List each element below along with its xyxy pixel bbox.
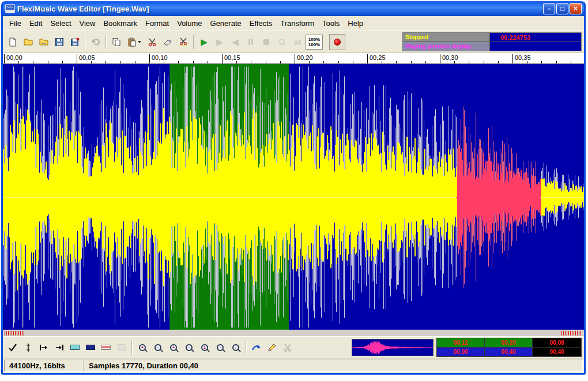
file-overview-canvas[interactable] [352, 339, 433, 356]
bar-arrow-right-icon [39, 343, 48, 352]
ruler-label: 00,25 [367, 54, 386, 63]
disabled-view-button[interactable] [114, 340, 129, 355]
stop-button[interactable] [259, 35, 274, 50]
open-file-button[interactable] [21, 35, 36, 50]
record-button[interactable] [330, 35, 345, 50]
pause-icon [248, 39, 253, 45]
right-tick-marks [561, 331, 582, 335]
apply-button[interactable] [5, 340, 20, 355]
menu-item-transform[interactable]: Transform [276, 18, 318, 29]
maximize-button[interactable]: □ [556, 3, 568, 14]
open-special-button[interactable] [36, 35, 51, 50]
view-all-navy-button[interactable] [83, 340, 98, 355]
menu-item-select[interactable]: Select [46, 18, 75, 29]
play-button[interactable]: ▶ [197, 35, 212, 50]
selection-info-grid: 00,12 00,20 00,08 00,00 00,40 00,40 [436, 338, 582, 357]
menu-item-format[interactable]: Format [141, 18, 173, 29]
play-backward-button[interactable]: ◀ [228, 35, 243, 50]
copy-button[interactable] [109, 35, 124, 50]
blank-icon [118, 344, 126, 351]
scissors-wave-icon [179, 37, 188, 47]
scissors-icon [148, 37, 157, 47]
menu-item-volume[interactable]: Volume [173, 18, 206, 29]
paste-button[interactable] [125, 35, 144, 50]
copy-icon [112, 37, 121, 47]
menu-item-generate[interactable]: Generate [206, 18, 246, 29]
file-overview-panel [352, 339, 434, 356]
zoom-out-vertical-button[interactable]: - [182, 340, 197, 355]
position-caption: Playing position display [403, 42, 489, 51]
waveform-canvas[interactable] [3, 64, 584, 330]
audio-format-status: 44100Hz, 16bits [4, 360, 82, 372]
floppy-icon [55, 37, 64, 47]
zoom-selection-button[interactable]: . [228, 340, 243, 355]
wave-scroll-strip[interactable] [3, 330, 584, 336]
view-start-value: 00,00 [437, 348, 484, 356]
pencil-button[interactable] [265, 340, 280, 355]
cyan-bar-icon [70, 345, 80, 350]
zoom-full-button[interactable]: - [213, 340, 228, 355]
new-file-button[interactable] [5, 35, 20, 50]
waveform-area [3, 64, 584, 330]
toolbar-separator [193, 35, 194, 49]
play-all-button[interactable]: ▶ [212, 35, 227, 50]
time-ruler[interactable]: 00,00 00,05 00,10 00,15 00,20 00,25 00,3… [3, 53, 584, 64]
window-controls: – □ × [543, 3, 582, 14]
magnifier-minus-icon: - [154, 344, 161, 351]
scrub-button[interactable] [249, 340, 264, 355]
loop-button[interactable]: Ω [274, 35, 289, 50]
menu-item-help[interactable]: Help [344, 18, 367, 29]
title-bar[interactable]: FlexiMusic Wave Editor [Tingee.Wav] – □ … [3, 1, 584, 16]
save-button[interactable] [52, 35, 67, 50]
close-button[interactable]: × [570, 3, 582, 14]
app-icon [5, 4, 15, 13]
paste-icon [127, 37, 137, 47]
selection-start-value: 00,12 [437, 338, 484, 347]
undo-icon [91, 37, 100, 47]
zoom-normal-button[interactable]: 1 [197, 340, 212, 355]
play-backward-icon: ◀ [232, 37, 239, 46]
zoom-v-label: 100% [308, 42, 320, 47]
ruler-label: 00,00 [4, 54, 22, 63]
shuttle-button[interactable]: ⇄ [290, 35, 305, 50]
floppy-plus-icon [70, 37, 80, 47]
loop-icon: Ω [278, 37, 285, 46]
view-striped-button[interactable] [99, 340, 114, 355]
menu-item-edit[interactable]: Edit [25, 18, 46, 29]
navy-bar-icon [86, 345, 95, 350]
menu-item-bookmark[interactable]: Bookmark [99, 18, 141, 29]
zoom-out-button[interactable]: - [150, 340, 165, 355]
zoom-in-vertical-button[interactable]: + [166, 340, 181, 355]
save-special-button[interactable] [67, 35, 82, 50]
paste-dropdown-arrow[interactable] [138, 41, 141, 43]
playback-status-panels: Stopped 00,224753 Playing position displ… [402, 32, 582, 51]
minimize-button[interactable]: – [543, 3, 555, 14]
window-title: FlexiMusic Wave Editor [Tingee.Wav] [17, 5, 541, 13]
undo-button[interactable] [88, 35, 103, 50]
ruler-label: 00,35 [512, 54, 531, 63]
ruler-label: 00,15 [222, 54, 240, 63]
cursor-marker-button[interactable] [21, 340, 36, 355]
menu-item-tools[interactable]: Tools [318, 18, 344, 29]
menu-item-view[interactable]: View [76, 18, 100, 29]
toolbar-separator [246, 341, 247, 354]
cut-wave-button[interactable] [176, 35, 191, 50]
play-all-icon: ▶ [216, 37, 223, 46]
pause-button[interactable] [243, 35, 258, 50]
cut-selection-button[interactable] [280, 340, 295, 355]
ruler-label: 00,10 [149, 54, 168, 63]
erase-button[interactable] [160, 35, 175, 50]
cursor-marker-icon [24, 343, 33, 352]
zoom-in-button[interactable]: + [135, 340, 150, 355]
selection-end-button[interactable] [52, 340, 67, 355]
view-end-value: 00,40 [485, 348, 532, 356]
view-selection-cyan-button[interactable] [67, 340, 82, 355]
selection-start-button[interactable] [36, 340, 51, 355]
menu-item-file[interactable]: File [5, 18, 25, 29]
cut-button[interactable] [145, 35, 160, 50]
zoom-100-button[interactable]: 100% 100% [306, 35, 323, 50]
app-window: FlexiMusic Wave Editor [Tingee.Wav] – □ … [1, 1, 586, 375]
ruler-label: 00,20 [295, 54, 313, 63]
shuttle-icon: ⇄ [294, 37, 301, 46]
menu-item-effects[interactable]: Effects [246, 18, 277, 29]
